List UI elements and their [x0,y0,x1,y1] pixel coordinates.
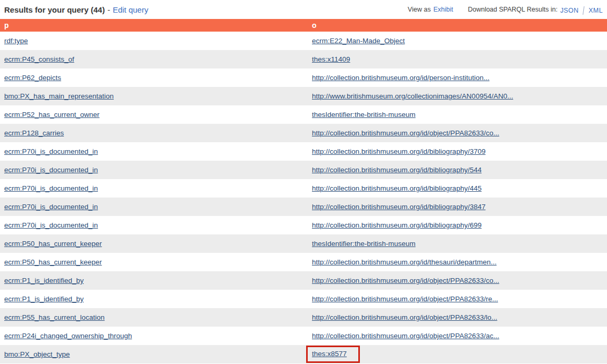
predicate-cell: ecrm:P70i_is_documented_in [0,179,308,198]
table-row: ecrm:P1_is_identified_by http://collecti… [0,271,607,290]
topbar-actions: View as Exhibit Download SPARQL Results … [408,5,603,14]
table-row: ecrm:P70i_is_documented_in http://collec… [0,142,607,161]
object-link[interactable]: http://collection.britishmuseum.org/id/o… [312,277,499,284]
table-row: bmo:PX_object_type thes:x8577 [0,345,607,363]
predicate-link[interactable]: bmo:PX_object_type [4,350,70,358]
title-separator: - [107,5,110,14]
object-link-highlighted[interactable]: thes:x8577 [312,350,347,358]
predicate-link[interactable]: ecrm:P128_carries [4,129,64,137]
object-link[interactable]: http://collection.britishmuseum.org/id/o… [312,295,498,303]
predicate-cell: ecrm:P1_is_identified_by [0,271,308,290]
object-cell: thes:x11409 [308,50,607,68]
table-row: ecrm:P50_has_current_keeper thesIdentifi… [0,234,607,253]
table-row: ecrm:P50_has_current_keeper http://colle… [0,253,607,271]
table-row: ecrm:P52_has_current_owner thesIdentifie… [0,105,607,124]
object-cell: http://collection.britishmuseum.org/id/o… [308,308,607,327]
predicate-cell: ecrm:P55_has_current_location [0,308,308,327]
sparql-results-page: Results for your query (44) - Edit query… [0,0,607,363]
table-row: ecrm:P70i_is_documented_in http://collec… [0,179,607,198]
table-row: ecrm:P70i_is_documented_in http://collec… [0,216,607,234]
table-row: ecrm:P70i_is_documented_in http://collec… [0,161,607,179]
object-link[interactable]: thesIdentifier:the-british-museum [312,240,416,248]
object-link[interactable]: http://collection.britishmuseum.org/id/b… [312,166,482,174]
column-header-o: o [308,19,607,32]
predicate-cell: ecrm:P50_has_current_keeper [0,253,308,271]
download-xml-link[interactable]: XML [589,7,603,14]
object-link[interactable]: http://collection.britishmuseum.org/id/b… [312,203,485,211]
object-link[interactable]: ecrm:E22_Man-Made_Object [312,37,405,45]
predicate-link[interactable]: ecrm:P70i_is_documented_in [4,184,98,192]
results-count-label: Results for your query (44) [4,5,105,14]
predicate-cell: ecrm:P70i_is_documented_in [0,198,308,216]
object-cell: http://collection.britishmuseum.org/id/o… [308,290,607,308]
object-cell: thesIdentifier:the-british-museum [308,105,607,124]
view-as-group: View as Exhibit [408,6,453,13]
predicate-link[interactable]: ecrm:P45_consists_of [4,55,74,63]
table-row: ecrm:P1_is_identified_by http://collecti… [0,290,607,308]
column-header-p: p [0,19,308,32]
predicate-link[interactable]: bmo:PX_has_main_representation [4,92,114,100]
predicate-cell: ecrm:P50_has_current_keeper [0,234,308,253]
predicate-cell: bmo:PX_has_main_representation [0,87,308,105]
edit-query-link[interactable]: Edit query [113,5,149,14]
object-cell: http://www.britishmuseum.org/collectioni… [308,87,607,105]
object-cell: http://collection.britishmuseum.org/id/b… [308,179,607,198]
predicate-link[interactable]: rdf:type [4,37,28,45]
predicate-link[interactable]: ecrm:P70i_is_documented_in [4,147,98,155]
table-row: rdf:type ecrm:E22_Man-Made_Object [0,32,607,50]
results-table-body: rdf:type ecrm:E22_Man-Made_Object ecrm:P… [0,32,607,363]
object-link[interactable]: thesIdentifier:the-british-museum [312,111,416,119]
download-json-link[interactable]: JSON [560,7,579,14]
object-link[interactable]: http://collection.britishmuseum.org/id/o… [312,129,499,137]
object-cell: http://collection.britishmuseum.org/id/b… [308,142,607,161]
predicate-cell: rdf:type [0,32,308,50]
predicate-link[interactable]: ecrm:P62_depicts [4,74,61,82]
divider [583,6,584,15]
object-cell: http://collection.britishmuseum.org/id/b… [308,198,607,216]
predicate-cell: ecrm:P62_depicts [0,68,308,87]
view-as-label: View as [408,6,431,13]
highlight-box: thes:x8577 [306,346,360,363]
object-link[interactable]: http://collection.britishmuseum.org/id/t… [312,258,496,266]
table-row: ecrm:P70i_is_documented_in http://collec… [0,198,607,216]
predicate-link[interactable]: ecrm:P50_has_current_keeper [4,258,102,266]
results-table: p o rdf:type ecrm:E22_Man-Made_Object ec… [0,19,607,363]
predicate-cell: ecrm:P45_consists_of [0,50,308,68]
download-label: Download SPARQL Results in: [468,6,557,13]
table-row: ecrm:P55_has_current_location http://col… [0,308,607,327]
object-cell: http://collection.britishmuseum.org/id/t… [308,253,607,271]
predicate-link[interactable]: ecrm:P70i_is_documented_in [4,221,98,229]
object-cell: http://collection.britishmuseum.org/id/p… [308,68,607,87]
header-row: p o [0,19,607,32]
object-link[interactable]: http://www.britishmuseum.org/collectioni… [312,92,513,100]
table-row: ecrm:P45_consists_of thes:x11409 [0,50,607,68]
predicate-link[interactable]: ecrm:P50_has_current_keeper [4,240,102,248]
predicate-cell: ecrm:P1_is_identified_by [0,290,308,308]
predicate-link[interactable]: ecrm:P1_is_identified_by [4,277,84,284]
object-link[interactable]: http://collection.britishmuseum.org/id/b… [312,147,485,155]
predicate-link[interactable]: ecrm:P70i_is_documented_in [4,166,98,174]
predicate-link[interactable]: ecrm:P1_is_identified_by [4,295,84,303]
object-link[interactable]: http://collection.britishmuseum.org/id/p… [312,74,489,82]
object-cell: thes:x8577 [308,345,607,363]
object-link[interactable]: http://collection.britishmuseum.org/id/o… [312,332,499,340]
page-title: Results for your query (44) - Edit query [4,5,148,14]
object-cell: thesIdentifier:the-british-museum [308,234,607,253]
predicate-cell: ecrm:P128_carries [0,124,308,142]
object-cell: http://collection.britishmuseum.org/id/o… [308,271,607,290]
object-link[interactable]: http://collection.britishmuseum.org/id/b… [312,221,482,229]
object-link[interactable]: thes:x11409 [312,55,350,63]
predicate-cell: ecrm:P24i_changed_ownership_through [0,327,308,345]
table-row: bmo:PX_has_main_representation http://ww… [0,87,607,105]
object-cell: http://collection.britishmuseum.org/id/o… [308,327,607,345]
predicate-link[interactable]: ecrm:P24i_changed_ownership_through [4,332,132,340]
object-link[interactable]: http://collection.britishmuseum.org/id/b… [312,184,482,192]
table-row: ecrm:P128_carries http://collection.brit… [0,124,607,142]
predicate-cell: ecrm:P70i_is_documented_in [0,161,308,179]
object-link[interactable]: http://collection.britishmuseum.org/id/o… [312,313,497,321]
predicate-link[interactable]: ecrm:P55_has_current_location [4,313,105,321]
predicate-link[interactable]: ecrm:P52_has_current_owner [4,111,100,119]
predicate-cell: ecrm:P52_has_current_owner [0,105,308,124]
exhibit-link[interactable]: Exhibit [433,6,453,13]
predicate-link[interactable]: ecrm:P70i_is_documented_in [4,203,98,211]
